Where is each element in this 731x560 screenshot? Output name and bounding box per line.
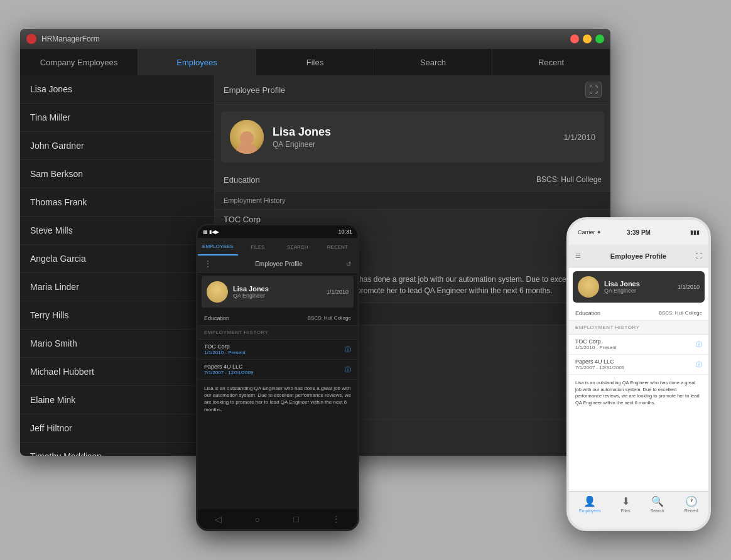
- iphone-dates-2: 7/1/2007 - 12/31/2009: [575, 365, 624, 370]
- list-item[interactable]: John Gardner: [20, 132, 214, 160]
- iphone-nav-title: Employee Profile: [610, 252, 666, 260]
- list-item[interactable]: Jeff Hiltnor: [20, 414, 214, 443]
- android-bottom-bar: ◁ ○ □ ⋮: [198, 509, 357, 529]
- android-status-bar: ▦ ▮◀▶ 10:31: [198, 225, 357, 238]
- iphone-tab-recent[interactable]: 🕐 Recent: [685, 495, 698, 513]
- list-item[interactable]: Michael Hubbert: [20, 358, 214, 386]
- recent-icon: 🕐: [685, 495, 698, 507]
- nav-tabs: Company Employees Employees Files Search…: [20, 49, 610, 75]
- iphone-home-button-area: [569, 529, 708, 531]
- android-avatar: [207, 281, 228, 303]
- files-tab-label: Files: [621, 509, 631, 513]
- search-tab-label: Search: [651, 509, 664, 513]
- iphone-tab-files[interactable]: ⬇ Files: [621, 495, 631, 513]
- list-item[interactable]: Tina Miller: [20, 104, 214, 132]
- content-header: Employee Profile ⛶: [215, 75, 610, 105]
- android-profile-title: Employee Profile: [255, 261, 303, 267]
- minimize-button[interactable]: [583, 35, 592, 43]
- profile-header-title: Employee Profile: [224, 85, 285, 95]
- list-item[interactable]: Timothy Maddison: [20, 443, 214, 456]
- list-item[interactable]: Sam Berkson: [20, 160, 214, 188]
- iphone-tab-employees[interactable]: 👤 Employees: [579, 495, 601, 513]
- android-status-icons: ▦ ▮◀▶: [203, 229, 219, 235]
- app-title: HRManagerForm: [41, 35, 100, 43]
- iphone-info-icon-2[interactable]: ⓘ: [696, 360, 702, 369]
- profile-name: Lisa Jones: [273, 126, 555, 139]
- tab-recent[interactable]: Recent: [492, 49, 610, 75]
- android-content: ⋮ Employee Profile ↺ Lisa Jones QA Engin…: [198, 256, 357, 509]
- tab-search[interactable]: Search: [374, 49, 492, 75]
- iphone-battery: ▮▮▮: [690, 229, 700, 235]
- iphone-tab-bar: 👤 Employees ⬇ Files 🔍 Search 🕐 Recent: [569, 491, 708, 529]
- iphone-carrier: Carrier ✦: [578, 229, 602, 235]
- android-phone: ▦ ▮◀▶ 10:31 EMPLOYEES FILES SEARCH RECEN…: [196, 223, 359, 531]
- close-button[interactable]: [570, 35, 579, 43]
- files-icon: ⬇: [622, 495, 630, 507]
- employment-history-header: Employment History: [215, 191, 610, 210]
- android-recent-btn[interactable]: □: [293, 514, 298, 524]
- iphone-status-bar: Carrier ✦ 3:39 PM ▮▮▮: [569, 220, 708, 245]
- employee-list: Lisa Jones Tina Miller John Gardner Sam …: [20, 75, 215, 456]
- iphone-bio: Lisa is an outstanding QA Engineer who h…: [569, 375, 708, 411]
- company-name: TOC Corp: [224, 215, 602, 224]
- recent-tab-label: Recent: [685, 509, 698, 513]
- android-home-btn[interactable]: ○: [255, 514, 260, 524]
- iphone: Carrier ✦ 3:39 PM ▮▮▮ ☰ Employee Profile…: [566, 217, 711, 531]
- list-item[interactable]: Elaine Mink: [20, 386, 214, 414]
- iphone-info-icon-1[interactable]: ⓘ: [696, 340, 702, 349]
- iphone-nav-list-icon: ☰: [575, 252, 581, 259]
- iphone-education-value: BSCS: Hull College: [659, 310, 702, 316]
- android-company-2: Papers 4U LLC: [204, 363, 253, 370]
- android-employee-title: QA Engineer: [233, 293, 269, 299]
- app-icon: [26, 34, 36, 44]
- android-dates-1: 1/1/2010 - Present: [204, 350, 246, 355]
- android-job-2: Papers 4U LLC 7/1/2007 - 12/31/2009 ⓘ: [198, 360, 357, 380]
- android-education-row: Education BSCS: Hull College: [198, 311, 357, 326]
- list-item[interactable]: Thomas Frank: [20, 188, 214, 217]
- list-item[interactable]: Mario Smith: [20, 330, 214, 358]
- android-profile-card: Lisa Jones QA Engineer 1/1/2010: [202, 276, 354, 308]
- android-info-icon-2[interactable]: ⓘ: [345, 365, 351, 374]
- android-tab-search[interactable]: SEARCH: [278, 238, 318, 256]
- profile-info: Lisa Jones QA Engineer: [273, 126, 555, 149]
- android-menu-btn[interactable]: ⋮: [332, 514, 340, 524]
- iphone-profile-info: Lisa Jones QA Engineer: [604, 280, 640, 294]
- tab-files[interactable]: Files: [256, 49, 374, 75]
- iphone-job-1: TOC Corp 1/1/2010 - Present ⓘ: [569, 335, 708, 355]
- iphone-education-row: Education BSCS: Hull College: [569, 306, 708, 321]
- android-job-2-info: Papers 4U LLC 7/1/2007 - 12/31/2009: [204, 363, 253, 375]
- iphone-employment-header: EMPLOYMENT HISTORY: [569, 321, 708, 335]
- android-tab-employees[interactable]: EMPLOYEES: [198, 238, 238, 256]
- search-icon: 🔍: [651, 495, 664, 507]
- profile-job-title: QA Engineer: [273, 140, 555, 149]
- iphone-company-2: Papers 4U LLC: [575, 358, 624, 365]
- iphone-employee-title: QA Engineer: [604, 288, 640, 294]
- maximize-button[interactable]: [595, 35, 604, 43]
- android-profile-header: ⋮ Employee Profile ↺: [198, 256, 357, 272]
- list-item[interactable]: Lisa Jones: [20, 75, 214, 104]
- iphone-job-1-info: TOC Corp 1/1/2010 - Present: [575, 338, 617, 350]
- list-item[interactable]: Steve Mills: [20, 217, 214, 245]
- android-info-icon-1[interactable]: ⓘ: [345, 345, 351, 354]
- iphone-job-2: Papers 4U LLC 7/1/2007 - 12/31/2009 ⓘ: [569, 355, 708, 375]
- android-tab-files[interactable]: FILES: [238, 238, 278, 256]
- profile-date: 1/1/2010: [563, 132, 595, 142]
- employee-profile-card: Lisa Jones QA Engineer 1/1/2010: [221, 111, 604, 163]
- tab-company-employees[interactable]: Company Employees: [20, 49, 138, 75]
- android-tab-recent[interactable]: RECENT: [318, 238, 358, 256]
- list-item[interactable]: Terry Hills: [20, 301, 214, 330]
- tab-employees[interactable]: Employees: [138, 49, 256, 75]
- iphone-education-label: Education: [575, 310, 600, 316]
- iphone-nav-bar: ☰ Employee Profile ⛶: [569, 245, 708, 267]
- expand-icon: ⛶: [589, 85, 598, 95]
- iphone-employee-date: 1/1/2010: [678, 284, 700, 290]
- android-back-btn[interactable]: ◁: [215, 514, 222, 524]
- android-company-1: TOC Corp: [204, 343, 246, 350]
- list-item[interactable]: Maria Linder: [20, 273, 214, 301]
- expand-button[interactable]: ⛶: [585, 82, 602, 98]
- list-item[interactable]: Angela Garcia: [20, 245, 214, 273]
- android-dates-2: 7/1/2007 - 12/31/2009: [204, 370, 253, 375]
- iphone-employee-name: Lisa Jones: [604, 280, 640, 288]
- iphone-tab-search[interactable]: 🔍 Search: [651, 495, 664, 513]
- iphone-profile-card: Lisa Jones QA Engineer 1/1/2010: [573, 271, 705, 303]
